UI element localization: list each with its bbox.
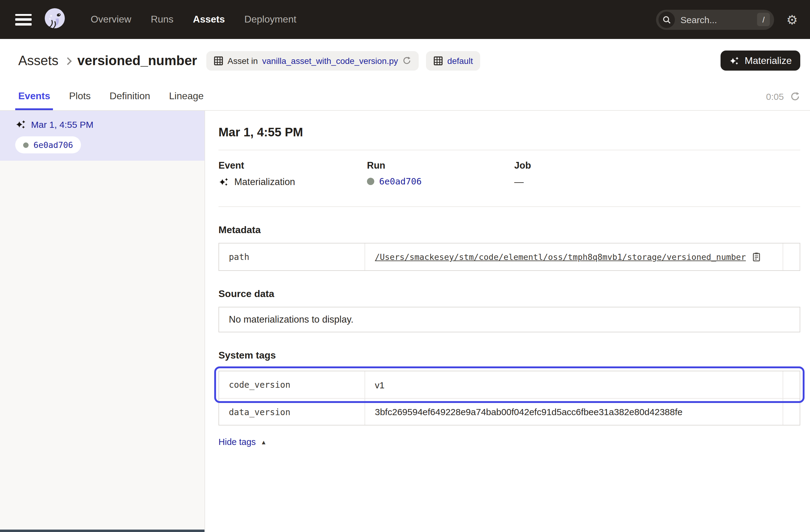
tag-value: 3bfc269594ef649228e9a74bab00f042efc91d5a… [365,399,783,425]
system-tags-heading: System tags [218,350,800,361]
search-input[interactable] [680,14,757,25]
tag-value: v1 [365,371,783,398]
app: Overview Runs Assets Deployment / ⚙ Asse… [0,0,810,532]
repo-badge: default [426,51,480,70]
materialization-sparkle-icon [15,119,27,130]
breadcrumb-assets-link[interactable]: Assets [18,53,59,68]
header-badges: Asset in vanilla_asset_with_code_version… [206,51,480,70]
asset-file-link[interactable]: vanilla_asset_with_code_version.py [262,56,398,65]
tab-bar: Events Plots Definition Lineage 0:05 [0,82,810,111]
run-column-header: Run [367,160,514,171]
table-row-data-version: data_version 3bfc269594ef649228e9a74bab0… [219,398,800,425]
metadata-table: path /Users/smackesey/stm/code/elementl/… [218,243,800,271]
tab-events[interactable]: Events [18,82,50,110]
empty-message: No materializations to display. [229,314,354,324]
job-value: — [514,177,524,188]
row-end-cell [783,243,800,270]
row-end-cell [783,371,800,398]
sidebar-bottom-strip [0,530,205,532]
asset-in-label: Asset in [228,56,258,65]
top-navbar: Overview Runs Assets Deployment / ⚙ [0,0,810,39]
event-summary-columns: Event Materialization Run 6e0ad706 Job — [218,160,800,188]
chevron-right-icon [64,57,71,65]
divider [218,206,800,207]
job-column: Job — [514,160,800,188]
source-data-heading: Source data [218,289,800,300]
event-column: Event Materialization [218,160,367,188]
asset-name: versioned_number [77,53,197,68]
search-icon [659,11,675,28]
dagster-logo-icon[interactable] [42,7,67,32]
tab-lineage[interactable]: Lineage [169,82,204,110]
content-area: Mar 1, 4:55 PM 6e0ad706 Mar 1, 4:55 PM E… [0,111,810,532]
breadcrumb: Assets versioned_number [18,53,197,68]
path-value-link[interactable]: /Users/smackesey/stm/code/elementl/oss/t… [375,252,746,262]
run-id: 6e0ad706 [33,140,73,150]
hide-tags-label: Hide tags [218,437,256,447]
metadata-heading: Metadata [218,225,800,236]
tag-key: data_version [219,399,365,425]
refresh-countdown: 0:05 [766,91,784,101]
asset-grid-icon [214,56,223,65]
reload-code-location-icon[interactable] [402,56,411,65]
materialize-label: Materialize [745,55,792,66]
refresh-timer: 0:05 [766,91,800,101]
nav-item-overview[interactable]: Overview [81,14,141,25]
search-box[interactable]: / [656,10,774,30]
repo-link[interactable]: default [447,56,473,65]
system-tags-table: code_version v1 data_version 3bfc269594e… [218,371,800,425]
event-type-value: Materialization [234,177,295,188]
nav-right: / ⚙ [656,10,798,30]
tag-key: code_version [219,371,365,398]
hide-tags-link[interactable]: Hide tags ▲ [218,437,266,447]
source-data-empty-state: No materializations to display. [218,307,800,332]
search-shortcut-badge: / [757,13,770,26]
primary-nav: Overview Runs Assets Deployment [81,14,306,25]
metadata-key: path [219,243,365,270]
menu-icon[interactable] [15,14,32,25]
event-list-sidebar: Mar 1, 4:55 PM 6e0ad706 [0,111,205,532]
job-column-header: Job [514,160,800,171]
run-id-link[interactable]: 6e0ad706 [379,177,422,186]
tab-definition[interactable]: Definition [110,82,150,110]
nav-item-assets[interactable]: Assets [183,14,234,25]
materialize-button[interactable]: Materialize [720,50,800,70]
repo-grid-icon [433,56,443,65]
row-end-cell [783,399,800,425]
refresh-icon[interactable] [790,91,800,101]
event-detail-panel: Mar 1, 4:55 PM Event Materialization Run… [205,111,810,532]
settings-gear-icon[interactable]: ⚙ [786,13,798,26]
materialization-sparkle-icon [218,177,229,188]
caret-up-icon: ▲ [261,438,267,445]
asset-definition-badge: Asset in vanilla_asset_with_code_version… [206,51,419,70]
event-detail-title: Mar 1, 4:55 PM [218,125,800,140]
run-id-pill[interactable]: 6e0ad706 [15,136,81,154]
run-status-dot-icon [23,142,29,148]
event-list-item[interactable]: Mar 1, 4:55 PM 6e0ad706 [0,111,205,161]
tab-plots[interactable]: Plots [69,82,91,110]
nav-item-deployment[interactable]: Deployment [234,14,306,25]
nav-item-runs[interactable]: Runs [141,14,183,25]
event-column-header: Event [218,160,367,171]
run-column: Run 6e0ad706 [367,160,514,188]
table-row-code-version: code_version v1 [219,371,800,398]
copy-icon[interactable] [751,252,761,262]
event-timestamp: Mar 1, 4:55 PM [31,119,93,130]
table-row: path /Users/smackesey/stm/code/elementl/… [219,243,800,270]
run-status-dot-icon [367,178,374,185]
divider [218,150,800,150]
sparkle-icon [729,55,740,66]
page-header: Assets versioned_number Asset in vanilla… [0,39,810,82]
